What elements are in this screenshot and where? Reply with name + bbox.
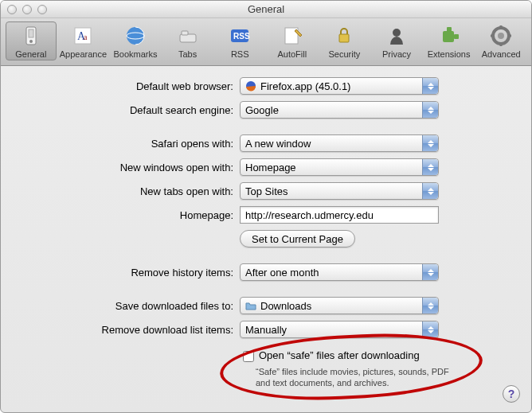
default-browser-label: Default web browser: <box>17 80 240 92</box>
new-windows-label: New windows open with: <box>17 162 240 173</box>
default-search-value: Google <box>245 104 279 116</box>
toolbar-label: Security <box>329 49 361 59</box>
toolbar-item-security[interactable]: Security <box>319 21 370 60</box>
svg-rect-1 <box>29 29 33 37</box>
svg-text:a: a <box>84 33 88 41</box>
popup-arrows-icon <box>422 102 438 118</box>
svg-rect-16 <box>447 27 452 32</box>
default-browser-popup[interactable]: Firefox.app (45.0.1) <box>240 77 439 95</box>
new-tabs-value: Top Sites <box>245 185 288 197</box>
default-search-label: Default search engine: <box>17 104 240 116</box>
folder-icon <box>245 300 256 311</box>
popup-arrows-icon <box>422 159 438 175</box>
toolbar-item-advanced[interactable]: Advanced <box>475 21 526 60</box>
toolbar-label: General <box>15 49 46 59</box>
popup-arrows-icon <box>422 298 438 314</box>
safari-opens-with-popup[interactable]: A new window <box>240 134 439 152</box>
save-downloads-value: Downloads <box>260 300 311 312</box>
general-pane: Default web browser: Firefox.app (45.0.1… <box>1 66 531 405</box>
remove-history-value: After one month <box>245 267 319 279</box>
toolbar-item-rss[interactable]: RSS RSS <box>214 21 265 60</box>
toolbar-label: Advanced <box>482 49 521 59</box>
popup-arrows-icon <box>422 135 438 151</box>
remove-dl-list-label: Remove download list items: <box>17 324 240 336</box>
extensions-icon <box>436 23 462 49</box>
appearance-icon: Aa <box>70 23 96 49</box>
prefs-toolbar: General Aa Appearance Bookmarks Tabs RSS… <box>1 18 531 66</box>
toolbar-label: AutoFill <box>277 49 307 59</box>
default-browser-value: Firefox.app (45.0.1) <box>260 80 350 92</box>
safari-opens-with-value: A new window <box>245 138 311 150</box>
toolbar-item-bookmarks[interactable]: Bookmarks <box>110 21 161 60</box>
toolbar-label: Appearance <box>60 49 107 59</box>
toolbar-label: Tabs <box>178 49 197 59</box>
popup-arrows-icon <box>422 183 438 199</box>
popup-arrows-icon <box>422 78 438 94</box>
toolbar-label: Bookmarks <box>113 49 157 59</box>
window-title: General <box>1 3 531 15</box>
toolbar-label: RSS <box>231 49 249 59</box>
remove-history-popup[interactable]: After one month <box>240 263 439 281</box>
remove-dl-list-popup[interactable]: Manually <box>240 321 439 338</box>
svg-text:RSS: RSS <box>233 32 250 41</box>
autofill-icon <box>280 23 305 49</box>
homepage-field[interactable] <box>240 206 439 224</box>
titlebar: General <box>1 1 531 18</box>
homepage-label: Homepage: <box>17 209 240 221</box>
save-downloads-label: Save downloaded files to: <box>17 300 240 312</box>
svg-point-19 <box>498 33 504 39</box>
toolbar-item-extensions[interactable]: Extensions <box>424 21 475 60</box>
toolbar-item-privacy[interactable]: Privacy <box>371 21 422 60</box>
window-controls <box>1 5 47 14</box>
toolbar-item-tabs[interactable]: Tabs <box>162 21 213 60</box>
svg-point-2 <box>29 40 33 43</box>
open-safe-files-desc: “Safe” files include movies, pictures, s… <box>256 366 463 389</box>
advanced-icon <box>488 23 514 49</box>
toolbar-label: Privacy <box>382 49 411 59</box>
remove-history-label: Remove history items: <box>17 267 240 279</box>
svg-point-14 <box>393 29 401 37</box>
close-window-button[interactable] <box>7 5 17 14</box>
set-current-page-button[interactable]: Set to Current Page <box>240 230 355 247</box>
bookmarks-icon <box>123 23 148 49</box>
firefox-icon <box>245 80 256 92</box>
popup-arrows-icon <box>422 321 438 337</box>
svg-rect-17 <box>454 34 459 39</box>
save-downloads-popup[interactable]: Downloads <box>240 297 439 314</box>
help-button[interactable]: ? <box>503 385 520 403</box>
new-tabs-popup[interactable]: Top Sites <box>240 182 439 200</box>
open-safe-files-checkbox[interactable] <box>243 351 254 362</box>
minimize-window-button[interactable] <box>22 5 32 14</box>
tabs-icon <box>175 23 201 49</box>
default-search-popup[interactable]: Google <box>240 101 439 119</box>
safari-opens-with-label: Safari opens with: <box>17 138 240 150</box>
preferences-window: General General Aa Appearance Bookmarks <box>0 0 532 413</box>
popup-arrows-icon <box>422 264 438 280</box>
zoom-window-button[interactable] <box>37 5 47 14</box>
svg-rect-9 <box>182 31 188 35</box>
new-tabs-label: New tabs open with: <box>17 185 240 197</box>
toolbar-item-autofill[interactable]: AutoFill <box>267 21 318 60</box>
toolbar-item-general[interactable]: General <box>6 21 57 60</box>
toolbar-label: Extensions <box>428 49 471 59</box>
remove-dl-list-value: Manually <box>245 324 287 336</box>
open-safe-files-label: Open “safe” files after downloading <box>259 349 420 361</box>
new-windows-popup[interactable]: Homepage <box>240 158 439 176</box>
new-windows-value: Homepage <box>245 162 296 173</box>
toolbar-item-appearance[interactable]: Aa Appearance <box>58 21 109 60</box>
privacy-icon <box>384 23 409 49</box>
security-icon <box>331 23 357 49</box>
svg-rect-13 <box>339 34 349 42</box>
svg-rect-15 <box>443 31 454 42</box>
rss-icon: RSS <box>227 23 252 49</box>
general-icon <box>18 23 44 49</box>
